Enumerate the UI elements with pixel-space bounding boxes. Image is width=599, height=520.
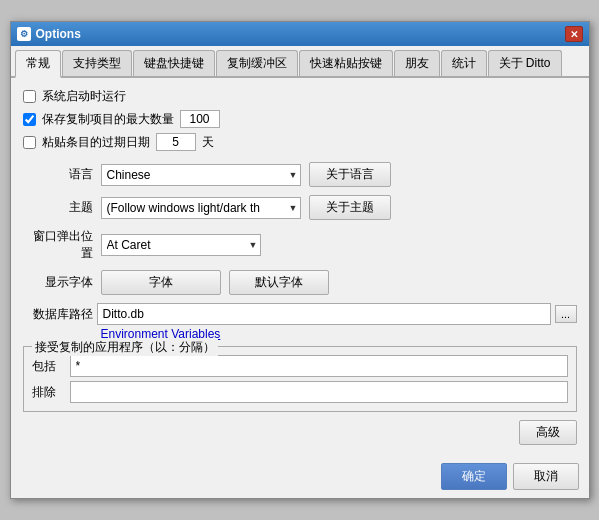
max-items-input[interactable] [180,110,220,128]
cancel-button[interactable]: 取消 [513,463,579,490]
expiry-checkbox[interactable] [23,136,36,149]
include-label: 包括 [32,358,62,375]
db-path-label: 数据库路径 [23,306,93,323]
title-bar: ⚙ Options ✕ [11,22,589,46]
window-pos-select-wrapper: At Caret ▼ [101,234,261,256]
title-bar-left: ⚙ Options [17,27,81,41]
db-path-browse-button[interactable]: ... [555,305,577,323]
font-button[interactable]: 字体 [101,270,221,295]
advanced-row: 高级 [23,420,577,445]
max-items-label: 保存复制项目的最大数量 [42,111,174,128]
bottom-bar: 确定 取消 [11,457,589,498]
window-pos-select[interactable]: At Caret [101,234,261,256]
tab-bar: 常规 支持类型 键盘快捷键 复制缓冲区 快速粘贴按键 朋友 统计 关于 Ditt… [11,46,589,78]
db-path-row: 数据库路径 ... [23,303,577,325]
exclude-label: 排除 [32,384,62,401]
max-items-row: 保存复制项目的最大数量 [23,110,577,128]
language-about-button[interactable]: 关于语言 [309,162,391,187]
expiry-row: 粘贴条目的过期日期 天 [23,133,577,151]
expiry-suffix: 天 [202,134,214,151]
default-font-button[interactable]: 默认字体 [229,270,329,295]
options-window: ⚙ Options ✕ 常规 支持类型 键盘快捷键 复制缓冲区 快速粘贴按键 朋… [10,21,590,499]
font-row: 显示字体 字体 默认字体 [23,270,577,295]
max-items-checkbox[interactable] [23,113,36,126]
theme-select[interactable]: (Follow windows light/dark th [101,197,301,219]
theme-label: 主题 [23,199,93,216]
advanced-button[interactable]: 高级 [519,420,577,445]
language-select-wrapper: Chinese ▼ [101,164,301,186]
window-pos-row: 窗口弹出位置 At Caret ▼ [23,228,577,262]
font-label: 显示字体 [23,274,93,291]
include-row: 包括 [32,355,568,377]
app-icon: ⚙ [17,27,31,41]
language-select[interactable]: Chinese [101,164,301,186]
tab-about[interactable]: 关于 Ditto [488,50,562,76]
tab-quick-paste[interactable]: 快速粘贴按键 [299,50,393,76]
tab-stats[interactable]: 统计 [441,50,487,76]
expiry-label: 粘贴条目的过期日期 [42,134,150,151]
window-pos-label: 窗口弹出位置 [23,228,93,262]
tab-keyboard-shortcuts[interactable]: 键盘快捷键 [133,50,215,76]
include-input[interactable] [70,355,568,377]
ok-button[interactable]: 确定 [441,463,507,490]
language-row: 语言 Chinese ▼ 关于语言 [23,162,577,187]
language-label: 语言 [23,166,93,183]
startup-row: 系统启动时运行 [23,88,577,105]
window-title: Options [36,27,81,41]
exclude-input[interactable] [70,381,568,403]
apps-group-title: 接受复制的应用程序（以：分隔） [32,339,218,356]
theme-select-wrapper: (Follow windows light/dark th ▼ [101,197,301,219]
tab-support-types[interactable]: 支持类型 [62,50,132,76]
tab-copy-buffer[interactable]: 复制缓冲区 [216,50,298,76]
apps-group: 接受复制的应用程序（以：分隔） 包括 排除 [23,346,577,412]
theme-row: 主题 (Follow windows light/dark th ▼ 关于主题 [23,195,577,220]
close-button[interactable]: ✕ [565,26,583,42]
db-path-input[interactable] [97,303,551,325]
content-area: 系统启动时运行 保存复制项目的最大数量 粘贴条目的过期日期 天 语言 Chine… [11,78,589,457]
exclude-row: 排除 [32,381,568,403]
bottom-buttons: 确定 取消 [441,463,579,490]
tab-general[interactable]: 常规 [15,50,61,78]
theme-about-button[interactable]: 关于主题 [309,195,391,220]
expiry-input[interactable] [156,133,196,151]
tab-friends[interactable]: 朋友 [394,50,440,76]
startup-label: 系统启动时运行 [42,88,126,105]
startup-checkbox[interactable] [23,90,36,103]
